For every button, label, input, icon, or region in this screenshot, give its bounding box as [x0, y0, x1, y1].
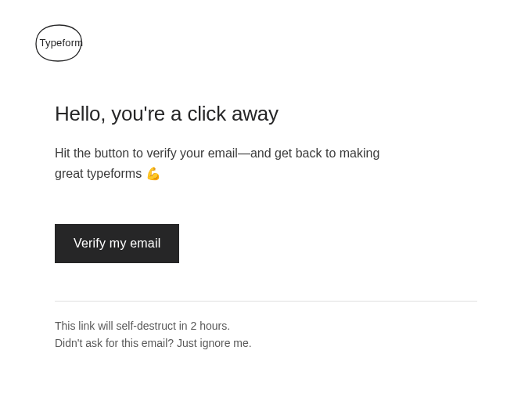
logo-text: Typeform	[40, 37, 84, 49]
footer-ignore-text: Didn't ask for this email? Just ignore m…	[55, 334, 477, 352]
footer: This link will self-destruct in 2 hours.…	[0, 302, 532, 352]
body-text: Hit the button to verify your email—and …	[55, 143, 399, 185]
heading: Hello, you're a click away	[55, 102, 477, 126]
email-container: Typeform Hello, you're a click away Hit …	[0, 0, 532, 352]
typeform-logo: Typeform	[31, 22, 89, 64]
main-content: Hello, you're a click away Hit the butto…	[0, 67, 532, 263]
footer-expiry-text: This link will self-destruct in 2 hours.	[55, 317, 477, 334]
verify-email-button[interactable]: Verify my email	[55, 224, 179, 263]
logo-area: Typeform	[0, 0, 532, 67]
